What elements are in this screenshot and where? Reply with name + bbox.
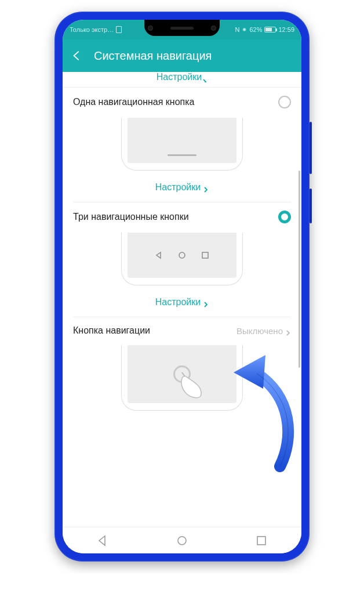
option-nav-button[interactable]: Кнопка навигации Выключено <box>63 317 301 440</box>
scroll-area[interactable]: Настройки Одна навигационная кнопка <box>63 72 301 527</box>
screen: Только экстр… N ⁕ 62% 12:59 Системная на… <box>63 20 301 553</box>
home-pill-icon <box>168 154 196 156</box>
battery-percent: 62% <box>249 26 262 33</box>
chevron-right-icon <box>203 299 209 305</box>
option-status: Выключено <box>236 326 291 336</box>
chevron-right-icon <box>285 328 291 334</box>
system-nav-bar <box>63 527 301 553</box>
page-title: Системная навигация <box>94 49 212 63</box>
sys-back-icon[interactable] <box>96 534 109 547</box>
recent-square-icon <box>201 251 209 259</box>
settings-link-three[interactable]: Настройки <box>155 297 209 307</box>
app-bar: Системная навигация <box>63 39 301 72</box>
volume-button <box>310 122 312 174</box>
content-area: Настройки Одна навигационная кнопка <box>63 72 301 527</box>
settings-link-single[interactable]: Настройки <box>155 182 209 193</box>
option-title: Три навигационные кнопки <box>73 212 189 222</box>
back-icon[interactable] <box>71 49 83 62</box>
status-carrier: Только экстр… <box>70 26 114 33</box>
status-time: 12:59 <box>278 26 294 33</box>
preview-three-nav <box>73 229 291 291</box>
svg-point-2 <box>178 537 186 545</box>
svg-point-0 <box>179 252 185 258</box>
option-three-nav-buttons[interactable]: Три навигационные кнопки <box>63 202 301 317</box>
nfc-icon: N <box>235 26 239 33</box>
power-button <box>310 189 312 223</box>
option-title: Кнопка навигации <box>73 325 150 336</box>
battery-icon <box>264 27 276 32</box>
radio-unselected[interactable] <box>278 96 291 108</box>
svg-rect-3 <box>257 537 265 545</box>
preview-float-nav <box>73 342 291 416</box>
touch-gesture-icon <box>173 365 191 383</box>
back-triangle-icon <box>155 251 163 259</box>
scrollbar[interactable] <box>299 171 300 368</box>
display-notch <box>144 20 220 36</box>
chevron-right-icon <box>202 77 208 82</box>
chevron-right-icon <box>203 184 209 190</box>
bluetooth-icon: ⁕ <box>242 26 247 34</box>
prev-option-settings-link[interactable]: Настройки <box>63 72 301 88</box>
option-title: Одна навигационная кнопка <box>73 97 195 107</box>
preview-single-nav <box>73 114 291 176</box>
svg-rect-1 <box>202 252 208 258</box>
option-single-nav-button[interactable]: Одна навигационная кнопка Настройки <box>63 88 301 202</box>
radio-selected[interactable] <box>278 211 291 223</box>
sys-home-icon[interactable] <box>176 534 188 547</box>
sys-recent-icon[interactable] <box>255 534 268 547</box>
home-circle-icon <box>178 251 186 259</box>
phone-frame: Только экстр… N ⁕ 62% 12:59 Системная на… <box>54 12 310 562</box>
sim-icon <box>116 26 122 33</box>
